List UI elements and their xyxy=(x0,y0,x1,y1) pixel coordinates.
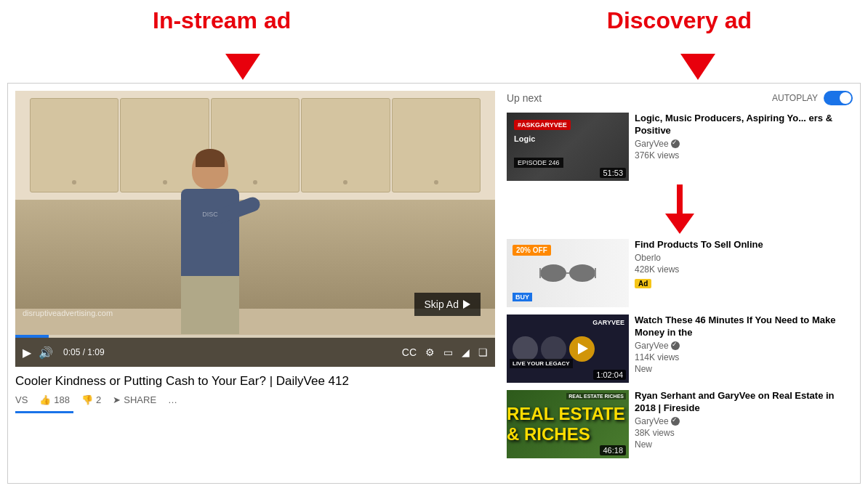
item-views-2: 428K views xyxy=(635,264,853,275)
circle-2 xyxy=(541,336,566,362)
item-channel-2: Oberlo xyxy=(635,253,853,263)
thumb-duration-1: 51:53 xyxy=(600,168,626,178)
video-item-info-1: Logic, Music Producers, Aspiring Yo... e… xyxy=(635,113,853,181)
item-views-1: 376K views xyxy=(635,150,853,161)
share-button[interactable]: ➤ SHARE xyxy=(113,394,156,405)
autoplay-text: AUTOPLAY xyxy=(772,93,818,103)
play-pause-icon[interactable]: ▶ xyxy=(23,346,31,360)
person-hair xyxy=(196,149,225,167)
thumb-badge: #ASKGARYVEE xyxy=(514,120,571,130)
circle-1 xyxy=(513,336,538,362)
new-badge-3: New xyxy=(635,364,853,374)
share-icon: ➤ xyxy=(113,394,121,405)
like-button[interactable]: 👍 188 xyxy=(39,394,70,405)
real-estate-label: REAL ESTATE RICHES xyxy=(566,393,626,399)
list-item[interactable]: REAL ESTATE RICHES REAL ESTATE & RICHES … xyxy=(507,390,853,458)
like-count: 188 xyxy=(54,394,70,405)
arrow-head xyxy=(665,214,694,234)
thumb-logo: Logic xyxy=(514,134,535,143)
verified-icon-4 xyxy=(671,417,680,426)
thumb-title-text: REAL ESTATE & RICHES xyxy=(507,404,629,445)
thumbnail-4: REAL ESTATE RICHES REAL ESTATE & RICHES … xyxy=(507,390,629,458)
volume-icon[interactable]: 🔊 xyxy=(39,346,53,360)
video-info: Cooler Kindness or Putting Cash to Your … xyxy=(15,367,495,421)
discount-badge: 20% OFF xyxy=(513,245,551,256)
instream-arrow xyxy=(225,54,260,80)
toggle-knob xyxy=(840,92,851,104)
more-options-button[interactable]: … xyxy=(168,394,177,405)
list-item[interactable]: #ASKGARYVEE Logic EPISODE 246 51:53 Logi… xyxy=(507,113,853,181)
channel-name: VS xyxy=(15,394,28,405)
cabinet-1 xyxy=(30,98,118,192)
item-title-4: Ryan Serhant and GaryVee on Real Estate … xyxy=(635,390,853,415)
skip-arrow-icon xyxy=(463,300,470,309)
svg-point-1 xyxy=(569,264,595,282)
thumbs-down-icon: 👎 xyxy=(81,394,93,405)
video-time: 0:05 / 1:09 xyxy=(63,347,105,357)
thumbs-up-icon: 👍 xyxy=(39,394,51,405)
main-content: Skip Ad disruptiveadvertising.com ▶ 🔊 0:… xyxy=(7,83,861,484)
video-item-info-4: Ryan Serhant and GaryVee on Real Estate … xyxy=(635,390,853,458)
person-body xyxy=(181,189,239,276)
item-channel-3: GaryVee xyxy=(635,341,853,351)
skip-ad-text: Skip Ad xyxy=(425,299,459,310)
subtitles-icon[interactable]: CC xyxy=(402,346,417,358)
list-item[interactable]: 20% OFF BUY Find Products To Sell O xyxy=(507,239,853,307)
person-head xyxy=(192,149,228,189)
thumbnail-2: 20% OFF BUY xyxy=(507,239,629,307)
video-player[interactable]: Skip Ad disruptiveadvertising.com ▶ 🔊 0:… xyxy=(15,91,495,367)
thumb-episode: EPISODE 246 xyxy=(514,158,563,168)
skip-ad-button[interactable]: Skip Ad xyxy=(414,293,481,316)
cast-icon[interactable]: ◢ xyxy=(462,346,470,358)
right-controls: CC ⚙ ▭ ◢ ❏ xyxy=(402,346,488,358)
buy-badge: BUY xyxy=(513,293,532,301)
list-item[interactable]: GARYVEE LIVE YOUR LEGACY 1:02:04 Watch T… xyxy=(507,315,853,383)
discovery-arrow-area xyxy=(507,184,853,228)
svg-point-0 xyxy=(540,264,566,282)
discovery-label: Discovery ad xyxy=(607,7,752,34)
cabinet-5 xyxy=(392,98,481,192)
cabinet-4 xyxy=(301,98,390,192)
video-section: Skip Ad disruptiveadvertising.com ▶ 🔊 0:… xyxy=(15,91,495,476)
item-title-2: Find Products To Sell Online xyxy=(635,239,853,251)
dislike-button[interactable]: 👎 2 xyxy=(81,394,101,405)
item-views-3: 114K views xyxy=(635,352,853,362)
video-title: Cooler Kindness or Putting Cash to Your … xyxy=(15,374,495,389)
thumbnail-3: GARYVEE LIVE YOUR LEGACY 1:02:04 xyxy=(507,315,629,383)
settings-icon[interactable]: ⚙ xyxy=(425,346,435,358)
video-controls: ▶ 🔊 0:05 / 1:09 CC ⚙ ▭ ◢ ❏ xyxy=(15,338,495,367)
video-item-info-3: Watch These 46 Minutes If You Need to Ma… xyxy=(635,315,853,383)
video-item-info-2: Find Products To Sell Online Oberlo 428K… xyxy=(635,239,853,307)
up-next-label: Up next xyxy=(507,92,542,104)
fullscreen-icon[interactable]: ❏ xyxy=(478,346,488,358)
video-scene: Skip Ad disruptiveadvertising.com ▶ 🔊 0:… xyxy=(15,91,495,367)
person-pants xyxy=(181,276,239,334)
sidebar: Up next AUTOPLAY #ASKGARYVEE Logic EPISO… xyxy=(507,91,853,476)
person-arm xyxy=(209,195,262,227)
item-channel-1: GaryVee xyxy=(635,139,853,149)
verified-icon-3 xyxy=(671,341,680,350)
video-watermark: disruptiveadvertising.com xyxy=(23,309,113,317)
video-list: #ASKGARYVEE Logic EPISODE 246 51:53 Logi… xyxy=(507,113,853,458)
ad-badge: Ad xyxy=(635,276,853,289)
annotation-row: In-stream ad Discovery ad xyxy=(7,7,861,80)
more-icon: … xyxy=(168,394,177,405)
verified-icon-1 xyxy=(671,139,680,148)
thumb-duration-3: 1:02:04 xyxy=(593,370,626,380)
item-title-3: Watch These 46 Minutes If You Need to Ma… xyxy=(635,315,853,339)
thumbnail-1: #ASKGARYVEE Logic EPISODE 246 51:53 xyxy=(507,113,629,181)
sunglasses-graphic xyxy=(539,262,597,284)
item-channel-4: GaryVee xyxy=(635,416,853,426)
autoplay-row: AUTOPLAY xyxy=(772,91,853,105)
discovery-vertical-arrow xyxy=(665,184,694,234)
up-next-header: Up next AUTOPLAY xyxy=(507,91,853,105)
item-title-1: Logic, Music Producers, Aspiring Yo... e… xyxy=(635,113,853,137)
person-silhouette xyxy=(159,149,261,323)
live-label: LIVE YOUR LEGACY xyxy=(510,359,573,368)
thumb-duration-4: 46:18 xyxy=(600,445,626,455)
autoplay-toggle[interactable] xyxy=(824,91,853,105)
video-meta-row: VS 👍 188 👎 2 ➤ SHARE … xyxy=(15,394,495,405)
miniplayer-icon[interactable]: ▭ xyxy=(443,346,453,358)
thumb-2-content: 20% OFF BUY xyxy=(507,239,629,307)
instream-label: In-stream ad xyxy=(153,7,291,34)
